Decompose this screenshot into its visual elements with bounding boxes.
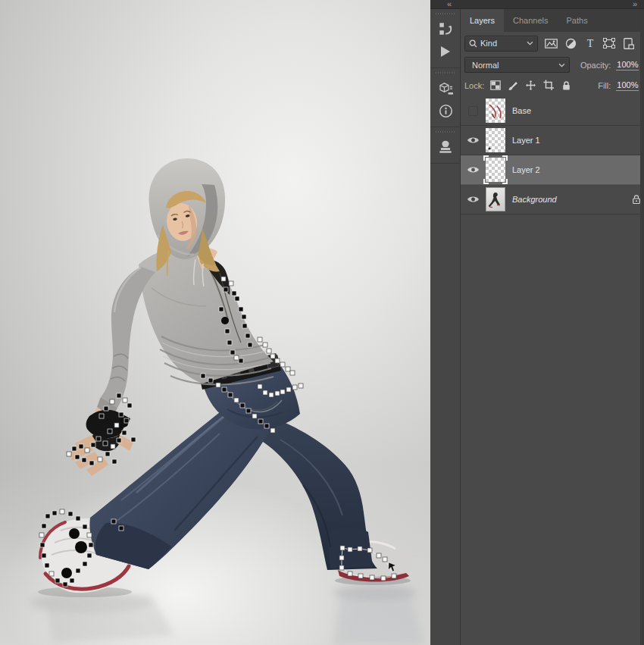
- pixel-filter-icon[interactable]: [545, 38, 558, 49]
- layer-thumbnail[interactable]: [486, 128, 505, 152]
- tab-channels[interactable]: Channels: [504, 9, 557, 32]
- smart-object-filter-icon[interactable]: [624, 38, 634, 49]
- layer-row-layer2[interactable]: Layer 2: [461, 155, 644, 185]
- lock-transparent-pixels-icon[interactable]: [490, 80, 501, 90]
- kind-filter-value: Kind: [480, 39, 524, 48]
- search-icon: [469, 39, 477, 48]
- panel-group-grip[interactable]: [436, 72, 455, 74]
- photoshop-window: « »: [0, 0, 644, 645]
- panel-tab-bar: Layers Channels Paths: [461, 9, 644, 32]
- layer-filter-row: Kind T: [461, 32, 644, 55]
- panel-group-grip[interactable]: [436, 13, 455, 14]
- shape-filter-icon[interactable]: [603, 38, 615, 49]
- history-panel-button[interactable]: [430, 17, 461, 40]
- layer-thumbnail-active[interactable]: [486, 158, 505, 182]
- bent-leg: [255, 415, 413, 582]
- panel-menu-icon[interactable]: [641, 16, 644, 25]
- visibility-toggle[interactable]: [461, 165, 486, 174]
- fill-value[interactable]: 100%: [616, 80, 639, 91]
- layer-thumbnail[interactable]: [486, 99, 505, 123]
- collapse-panels-right-icon[interactable]: »: [633, 0, 636, 8]
- layer-name[interactable]: Base: [512, 106, 644, 115]
- actions-panel-button[interactable]: [430, 40, 461, 63]
- collapsed-panels-strip: [430, 9, 461, 645]
- layer-name[interactable]: Layer 1: [512, 136, 644, 145]
- document-canvas[interactable]: [0, 0, 430, 645]
- layer-name[interactable]: Background: [512, 195, 632, 204]
- 3d-cube-panel-icon: [437, 80, 454, 96]
- layer-row-background[interactable]: Background: [461, 185, 644, 214]
- kind-filter-select[interactable]: Kind: [464, 36, 538, 52]
- opacity-value[interactable]: 100%: [616, 60, 639, 70]
- eye-icon: [467, 136, 480, 145]
- info-panel-icon: [438, 103, 454, 119]
- actions-play-icon: [438, 44, 453, 59]
- eye-icon: [467, 165, 480, 174]
- eye-hidden-well: [468, 106, 478, 116]
- visibility-toggle[interactable]: [461, 136, 486, 145]
- dock-header: « »: [430, 0, 644, 9]
- chevron-down-icon: [558, 63, 565, 67]
- lock-image-pixels-icon[interactable]: [508, 80, 518, 91]
- panel-dock: « »: [430, 0, 644, 645]
- panel-group-grip[interactable]: [436, 131, 455, 133]
- visibility-toggle[interactable]: [461, 106, 486, 116]
- svg-text:T: T: [587, 38, 594, 49]
- lock-label: Lock:: [464, 81, 484, 90]
- layer-lock-icon: [632, 194, 641, 205]
- clone-source-panel-button[interactable]: [430, 136, 461, 158]
- blend-mode-select[interactable]: Normal: [464, 57, 570, 73]
- visibility-toggle[interactable]: [461, 195, 486, 204]
- fill-label: Fill:: [571, 81, 611, 90]
- lock-artboard-icon[interactable]: [543, 80, 555, 91]
- layer-thumbnail[interactable]: [486, 187, 505, 211]
- layer-name[interactable]: Layer 2: [512, 165, 644, 174]
- lock-all-icon[interactable]: [561, 80, 571, 91]
- info-panel-button[interactable]: [430, 99, 461, 122]
- collapse-panels-left-icon[interactable]: «: [447, 0, 451, 8]
- extended-leg: [40, 406, 270, 593]
- blend-mode-value: Normal: [472, 61, 555, 70]
- tab-layers[interactable]: Layers: [461, 9, 504, 32]
- opacity-label: Opacity:: [571, 61, 611, 70]
- type-filter-icon[interactable]: T: [585, 38, 596, 49]
- eye-icon: [467, 195, 480, 204]
- threed-panel-button[interactable]: [430, 77, 461, 99]
- clone-source-stamp-icon: [437, 139, 454, 155]
- chevron-down-icon: [527, 41, 533, 45]
- blend-mode-row: Normal Opacity: 100%: [461, 55, 644, 75]
- lock-position-icon[interactable]: [525, 80, 536, 91]
- layer-row-layer1[interactable]: Layer 1: [461, 126, 644, 155]
- panel-empty-area: [461, 214, 644, 645]
- layers-panel: Layers Channels Paths Kind: [461, 9, 644, 645]
- adjustment-filter-icon[interactable]: [565, 38, 577, 49]
- lock-row: Lock:: [461, 75, 644, 95]
- layers-list: Base Layer 1: [461, 96, 644, 214]
- tab-paths[interactable]: Paths: [558, 9, 597, 32]
- dancer-photo: [0, 0, 430, 645]
- layer-row-base[interactable]: Base: [461, 96, 644, 126]
- history-panel-icon: [437, 20, 454, 37]
